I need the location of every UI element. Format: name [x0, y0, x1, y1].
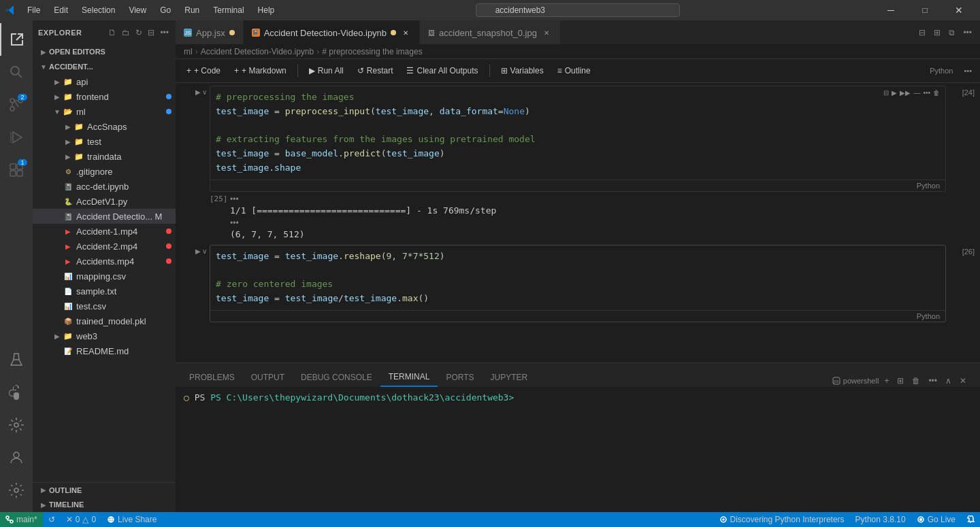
add-code-button[interactable]: + + Code: [181, 64, 226, 78]
tab-app-jsx[interactable]: JS App.jsx: [176, 20, 244, 44]
activity-run[interactable]: [0, 121, 33, 154]
tree-file-testcsv[interactable]: ▶ 📊 test.csv: [33, 299, 176, 313]
panel-tab-debug-console[interactable]: DEBUG CONSOLE: [293, 369, 380, 387]
tree-file-gitignore[interactable]: ▶ ⚙ .gitignore: [33, 164, 176, 179]
terminal-content[interactable]: ○ PS PS C:\Users\thepywizard\Documents\d…: [176, 387, 980, 512]
tree-file-readme[interactable]: ▶ 📝 README.md: [33, 343, 176, 358]
minimize-button[interactable]: ─: [875, 0, 906, 20]
panel-up-icon[interactable]: ∧: [943, 375, 954, 387]
activity-explorer[interactable]: [0, 23, 33, 56]
tree-file-accident-detection[interactable]: ▶ 📓 Accident Detectio... M: [33, 209, 176, 224]
menu-terminal[interactable]: Terminal: [208, 4, 249, 16]
cell-run-button-26[interactable]: ▶: [195, 248, 201, 255]
activity-search[interactable]: [0, 56, 33, 88]
panel-close-icon[interactable]: ✕: [957, 375, 969, 387]
tab-close-button2[interactable]: ✕: [541, 27, 552, 38]
menu-file[interactable]: File: [22, 4, 46, 16]
panel-tab-terminal[interactable]: TERMINAL: [380, 368, 438, 387]
cell-more-icon[interactable]: •••: [923, 89, 930, 97]
sidebar-section-open-editors[interactable]: ▶ OPEN EDITORS: [33, 44, 176, 59]
breadcrumb-item3[interactable]: # preprocessing the images: [322, 47, 422, 56]
cell-play-icon2[interactable]: ▶: [892, 89, 897, 97]
tab-snapshot[interactable]: 🖼 accident_snapshot_0.jpg ✕: [420, 20, 561, 44]
tree-folder-traindata[interactable]: ▶ 📁 traindata: [33, 149, 176, 164]
tab-close-button[interactable]: ✕: [400, 27, 411, 38]
restart-button[interactable]: ↺ Restart: [352, 64, 399, 78]
more-panel-icon[interactable]: •••: [926, 375, 940, 387]
nb-more-icon[interactable]: •••: [961, 67, 975, 75]
collapse-all-icon[interactable]: ⊟: [146, 27, 156, 39]
go-live-status[interactable]: Go Live: [911, 512, 961, 527]
tree-file-sample[interactable]: ▶ 📄 sample.txt: [33, 284, 176, 299]
tree-file-mapping[interactable]: ▶ 📊 mapping.csv: [33, 269, 176, 284]
cell-run-button-24[interactable]: ▶: [195, 88, 201, 96]
live-share-status[interactable]: Live Share: [101, 512, 162, 527]
activity-python[interactable]: [0, 376, 33, 409]
clear-all-outputs-button[interactable]: ☰ Clear All Outputs: [401, 64, 483, 78]
panel-tab-ports[interactable]: PORTS: [438, 369, 482, 387]
panel-tab-jupyter[interactable]: JUPYTER: [483, 369, 536, 387]
activity-source-control[interactable]: 2: [0, 88, 33, 121]
menu-edit[interactable]: Edit: [48, 4, 74, 16]
breadcrumb-item[interactable]: ml: [184, 47, 193, 56]
split-terminal-icon[interactable]: ⊞: [894, 375, 906, 387]
activity-settings[interactable]: [0, 474, 33, 507]
more-icon[interactable]: •••: [960, 27, 975, 39]
tree-file-accdetv1[interactable]: ▶ 🐍 AccDetV1.py: [33, 194, 176, 209]
maximize-button[interactable]: □: [909, 0, 941, 20]
sidebar-section-timeline[interactable]: ▶ TIMELINE: [33, 497, 176, 512]
menu-selection[interactable]: Selection: [76, 4, 120, 16]
sidebar-section-outline[interactable]: ▶ OUTLINE: [33, 482, 176, 497]
tree-folder-frontend[interactable]: ▶ 📁 frontend: [33, 89, 176, 104]
variables-button[interactable]: ⊞ Variables: [495, 64, 549, 78]
tree-folder-web3[interactable]: ▶ 📁 web3: [33, 328, 176, 343]
menu-run[interactable]: Run: [179, 4, 205, 16]
discovering-status[interactable]: Discovering Python Interpreters: [714, 512, 850, 527]
activity-account[interactable]: [0, 441, 33, 474]
activity-testing[interactable]: [0, 343, 33, 376]
close-button[interactable]: ✕: [943, 0, 975, 20]
tree-folder-ml[interactable]: ▼ 📂 ml: [33, 104, 176, 119]
sync-status[interactable]: ↺: [43, 512, 61, 527]
tree-file-accident2[interactable]: ▶ ▶ Accident-2.mp4: [33, 239, 176, 254]
tree-folder-test[interactable]: ▶ 📁 test: [33, 134, 176, 149]
panel-tab-problems[interactable]: PROBLEMS: [181, 369, 243, 387]
activity-remote[interactable]: [0, 409, 33, 441]
layout-icon[interactable]: ⊟: [916, 27, 928, 39]
tab-accident-notebook[interactable]: 📓 Accident Detection-Video.ipynb ✕: [244, 20, 420, 44]
menu-view[interactable]: View: [123, 4, 152, 16]
python-version-status[interactable]: Python 3.8.10: [850, 512, 911, 527]
outline-button[interactable]: ≡ Outline: [552, 64, 596, 78]
search-input[interactable]: [476, 3, 680, 17]
menu-go[interactable]: Go: [154, 4, 176, 16]
add-markdown-button[interactable]: + + Markdown: [229, 64, 292, 78]
run-all-button[interactable]: ▶ Run All: [304, 64, 349, 78]
tree-file-accident1[interactable]: ▶ ▶ Accident-1.mp4: [33, 224, 176, 239]
new-folder-icon[interactable]: 🗀: [120, 27, 131, 39]
more-actions-icon[interactable]: •••: [159, 27, 170, 39]
activity-extensions[interactable]: 1: [0, 154, 33, 186]
cell-delete-icon[interactable]: 🗑: [933, 89, 940, 97]
tree-folder-api[interactable]: ▶ 📁 api: [33, 74, 176, 89]
tree-file-model[interactable]: ▶ 📦 trained_model.pkl: [33, 313, 176, 328]
panel-tab-output[interactable]: OUTPUT: [243, 369, 293, 387]
split-editor-icon[interactable]: ⧉: [946, 27, 958, 39]
sidebar-section-accident[interactable]: ▼ ACCIDENT...: [33, 59, 176, 74]
refresh-icon[interactable]: ↻: [134, 27, 144, 39]
activity-bar: 2 1: [0, 20, 33, 512]
errors-status[interactable]: ✕ 0 △ 0: [61, 512, 101, 527]
menu-help[interactable]: Help: [252, 4, 280, 16]
new-file-icon[interactable]: 🗋: [107, 27, 118, 39]
cell-play-icon3[interactable]: ▶▶: [900, 89, 911, 97]
tree-folder-accsnaps[interactable]: ▶ 📁 AccSnaps: [33, 119, 176, 134]
tree-file-acc-det[interactable]: ▶ 📓 acc-det.ipynb: [33, 179, 176, 194]
breadcrumb-icon[interactable]: ⊞: [931, 27, 943, 39]
git-branch-status[interactable]: main*: [0, 512, 43, 527]
breadcrumb-item2[interactable]: Accident Detection-Video.ipynb: [201, 47, 314, 56]
cell-layout-icon[interactable]: ⊟: [883, 89, 889, 97]
cell-format-icon[interactable]: —: [913, 89, 920, 97]
kill-terminal-icon[interactable]: 🗑: [909, 375, 923, 387]
tree-file-accidents[interactable]: ▶ ▶ Accidents.mp4: [33, 254, 176, 269]
notifications-status[interactable]: [961, 512, 980, 527]
add-terminal-icon[interactable]: +: [881, 375, 892, 387]
